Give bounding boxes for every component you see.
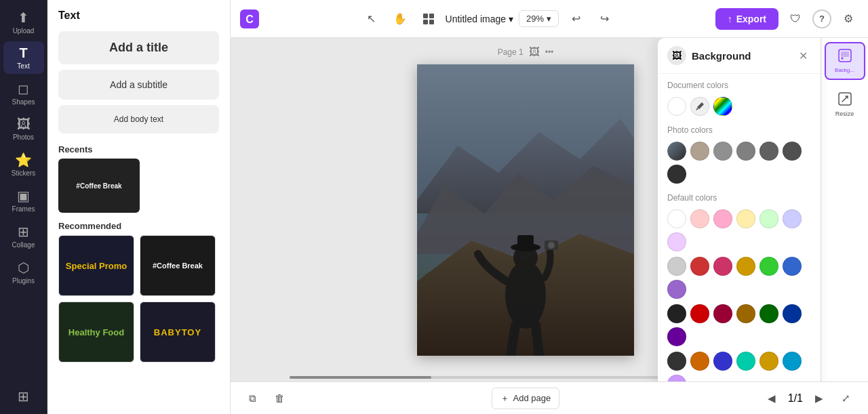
dc-charcoal[interactable]	[667, 352, 686, 371]
dc-teal[interactable]	[736, 352, 755, 371]
photo-color-sample[interactable]	[667, 142, 686, 161]
page-label: Page 1 🖼 •••	[498, 46, 554, 58]
dc-gold[interactable]	[760, 352, 778, 371]
undo-btn[interactable]: ↩	[564, 7, 587, 30]
dc-dark-purple[interactable]	[667, 327, 686, 346]
photo-color-gray1[interactable]	[713, 142, 732, 161]
dc-gray[interactable]	[667, 257, 686, 276]
dc-blue-light[interactable]	[783, 209, 802, 228]
export-label: Export	[736, 14, 766, 24]
photo-color-dark[interactable]	[667, 165, 686, 184]
add-body-button[interactable]: Add body text	[58, 105, 219, 133]
apps-icon: ⊞	[18, 388, 29, 405]
shield-button[interactable]: 🛡	[784, 7, 807, 30]
sidebar-item-frames[interactable]: ▣ Frames	[3, 184, 44, 217]
default-colors-row-1	[658, 207, 821, 254]
add-title-button[interactable]: Add a title	[58, 31, 219, 64]
color-white[interactable]	[667, 97, 686, 116]
collage-icon: ⊞	[18, 224, 29, 240]
background-icon-btn[interactable]: Backg...	[825, 42, 865, 80]
right-sidebar: Backg... Resize	[821, 38, 868, 381]
photo-color-gray4[interactable]	[783, 142, 802, 161]
document-colors-row	[658, 94, 821, 119]
text-icon: T	[19, 45, 27, 61]
dc-indigo[interactable]	[713, 352, 732, 371]
hand-tool-btn[interactable]: ✋	[389, 7, 412, 30]
sidebar-item-apps[interactable]: ⊞	[3, 384, 44, 409]
sidebar-item-plugins[interactable]: ⬡ Plugins	[3, 255, 44, 289]
text-panel-header: Text	[47, 0, 230, 28]
photo-color-tan[interactable]	[690, 142, 709, 161]
dc-dark-blue[interactable]	[783, 304, 802, 323]
photo-color-gray3[interactable]	[760, 142, 778, 161]
sidebar-item-stickers[interactable]: ⭐ Stickers	[3, 148, 44, 181]
resize-icon-btn[interactable]: Resize	[825, 87, 865, 123]
filename-display[interactable]: Untitled image ▾	[446, 14, 514, 24]
color-picker[interactable]	[713, 97, 732, 116]
help-button[interactable]: ?	[812, 9, 831, 28]
dc-green[interactable]	[760, 257, 778, 276]
dc-lavender[interactable]	[667, 375, 686, 381]
dc-dark-pink[interactable]	[713, 257, 732, 276]
redo-btn[interactable]: ↪	[593, 7, 616, 30]
export-button[interactable]: ↑ Export	[715, 8, 778, 30]
recent-card-coffee-break[interactable]: #Coffee Break	[58, 159, 140, 213]
photo-color-gray2[interactable]	[736, 142, 755, 161]
copy-page-btn[interactable]: ⧉	[241, 388, 263, 409]
sidebar-item-collage[interactable]: ⊞ Collage	[3, 220, 44, 253]
add-page-label: Add page	[513, 393, 551, 403]
select-tool-btn[interactable]: ↖	[360, 7, 383, 30]
dc-maroon[interactable]	[713, 304, 732, 323]
photos-icon: 🖼	[17, 117, 31, 132]
color-eyedropper[interactable]	[690, 97, 709, 116]
dc-purple[interactable]	[667, 280, 686, 299]
background-label: Backg...	[835, 67, 854, 73]
svg-point-15	[548, 242, 555, 249]
dc-cyan[interactable]	[783, 352, 802, 371]
babytoy-card[interactable]: BABYTOY	[140, 302, 216, 363]
plugins-icon: ⬡	[18, 260, 29, 276]
prev-page-btn[interactable]: ◀	[761, 388, 783, 409]
dc-dark-amber[interactable]	[736, 304, 755, 323]
dc-amber[interactable]	[736, 257, 755, 276]
svg-point-16	[667, 142, 686, 161]
next-page-btn[interactable]: ▶	[808, 388, 830, 409]
zoom-value: 29%	[526, 14, 544, 24]
sidebar-item-text[interactable]: T Text	[3, 41, 44, 74]
dc-blue[interactable]	[783, 257, 802, 276]
healthy-food-card[interactable]: Healthy Food	[58, 302, 134, 363]
dc-pink-light[interactable]	[690, 209, 709, 228]
dc-dark-green[interactable]	[760, 304, 778, 323]
bg-close-button[interactable]: ✕	[795, 47, 811, 64]
dc-pink[interactable]	[713, 209, 732, 228]
shapes-icon: ◻	[18, 81, 29, 97]
layout-tool-btn[interactable]	[417, 7, 440, 30]
dc-yellow-light[interactable]	[736, 209, 755, 228]
dc-orange[interactable]	[690, 352, 709, 371]
fullscreen-btn[interactable]: ⤢	[835, 388, 857, 409]
special-promo-card[interactable]: Special Promo	[58, 235, 134, 296]
bottom-left: ⧉ 🗑	[241, 388, 290, 409]
left-sidebar: ⬆ Upload T Text ◻ Shapes 🖼 Photos ⭐ Stic…	[0, 0, 47, 414]
sidebar-item-photos[interactable]: 🖼 Photos	[3, 112, 44, 145]
stickers-icon: ⭐	[15, 152, 32, 168]
background-panel: 🖼 Background ✕ Document colors Photo col…	[658, 38, 821, 381]
dc-white[interactable]	[667, 209, 686, 228]
add-page-button[interactable]: ＋ Add page	[492, 388, 560, 409]
zoom-control[interactable]: 29% ▾	[519, 10, 559, 27]
default-colors-row-4	[658, 349, 821, 381]
frames-icon: ▣	[17, 188, 30, 204]
add-subtitle-button[interactable]: Add a subtitle	[58, 70, 219, 100]
sidebar-item-shapes[interactable]: ◻ Shapes	[3, 77, 44, 110]
sidebar-item-upload[interactable]: ⬆ Upload	[3, 5, 44, 39]
page-photo-icon: 🖼	[529, 46, 540, 58]
settings-button[interactable]: ⚙	[837, 7, 860, 30]
dc-red[interactable]	[690, 257, 709, 276]
dc-near-black[interactable]	[667, 304, 686, 323]
dc-green-light[interactable]	[760, 209, 778, 228]
dc-dark-red[interactable]	[690, 304, 709, 323]
dc-purple-light[interactable]	[667, 232, 686, 251]
coffee-break-rec-card[interactable]: #Coffee Break	[140, 235, 216, 296]
delete-page-btn[interactable]: 🗑	[269, 388, 290, 409]
canvas-photo[interactable]	[417, 64, 634, 356]
